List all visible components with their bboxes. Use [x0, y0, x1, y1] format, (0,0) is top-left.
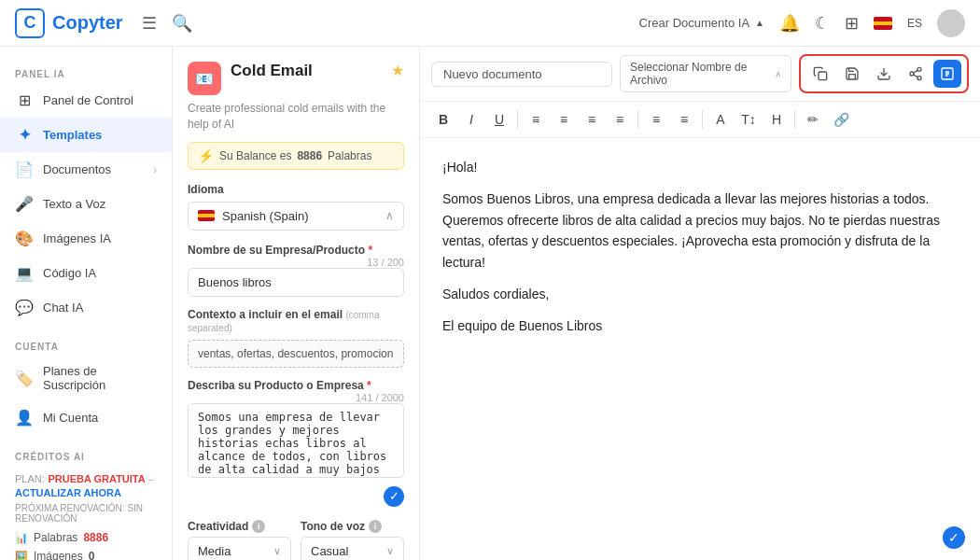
sidebar-label-texto-voz: Texto a Voz [43, 197, 105, 211]
form-panel: 📧 Cold Email ★ Create professional cold … [173, 47, 420, 560]
format-align-center-button[interactable]: ≡ [552, 107, 576, 132]
sidebar-item-chat[interactable]: 💬 Chat IA [0, 290, 172, 325]
sidebar-item-imagenes[interactable]: 🎨 Imágenes IA [0, 221, 172, 256]
format-link-button[interactable]: 🔗 [829, 107, 853, 132]
sidebar-label-cuenta: Mi Cuenta [43, 411, 98, 425]
file-selector-caret-icon: ∧ [775, 69, 781, 79]
format-list-unordered-button[interactable]: ≡ [672, 107, 696, 132]
palabras-icon: 📊 [15, 532, 28, 544]
format-sep-3 [702, 110, 703, 129]
language-value: Spanish (Spain) [222, 209, 378, 223]
describe-required-star: * [367, 379, 371, 392]
favorite-icon[interactable]: ★ [391, 62, 404, 79]
language-selector[interactable]: Spanish (Spain) ∧ [188, 202, 404, 231]
creatividad-label: Creatividad i [188, 520, 291, 533]
format-font-color-button[interactable]: A [708, 107, 733, 132]
content-area: 📧 Cold Email ★ Create professional cold … [173, 47, 980, 560]
menu-icon[interactable]: ☰ [142, 13, 157, 34]
chevron-right-icon: › [153, 164, 157, 175]
editor-line-1: ¡Hola! [442, 157, 958, 177]
nombre-required-star: * [368, 244, 372, 257]
format-heading-button[interactable]: H [764, 107, 789, 132]
grid-icon[interactable]: ⊞ [845, 13, 859, 34]
grid-icon: ⊞ [15, 91, 34, 109]
creatividad-selector[interactable]: Media ∨ [188, 537, 291, 560]
palabras-label: Palabras [34, 531, 77, 544]
tono-info-icon[interactable]: i [369, 520, 382, 533]
tono-caret-icon: ∨ [386, 545, 394, 557]
language-caret-icon: ∧ [385, 209, 394, 222]
svg-point-2 [917, 67, 921, 71]
spanish-flag-icon [198, 210, 215, 221]
logo-text: Copyter [52, 12, 123, 34]
toolbar-copy-icon[interactable] [806, 60, 834, 88]
sidebar-label-chat: Chat IA [43, 301, 83, 315]
crear-label: Crear Documento IA [639, 16, 750, 30]
describe-label: Describa su Producto o Empresa * 141 / 2… [188, 379, 404, 392]
format-italic-button[interactable]: I [459, 107, 483, 132]
crear-documento-button[interactable]: Crear Documento IA ▲ [639, 16, 764, 30]
toolbar-download-icon[interactable] [870, 60, 898, 88]
plan-upgrade-link[interactable]: ACTUALIZAR AHORA [15, 487, 121, 498]
renovacion-info: PRÓXIMA RENOVACIÓN: SIN RENOVACIÓN [0, 501, 172, 527]
format-align-left-button[interactable]: ≡ [524, 107, 548, 132]
toolbar-save-icon[interactable] [838, 60, 866, 88]
confirm-check-icon[interactable]: ✓ [384, 486, 404, 507]
language-label: ES [907, 17, 922, 30]
sidebar-label-imagenes: Imágenes IA [43, 231, 111, 245]
nombre-input[interactable] [188, 268, 404, 297]
editor-line-5: Saludos cordiales, [442, 284, 958, 304]
sidebar-item-cuenta[interactable]: 👤 Mi Cuenta [0, 400, 172, 435]
palabras-info: 📊 Palabras 8886 [0, 527, 172, 548]
toolbar-active-icon[interactable] [933, 60, 961, 88]
balance-box: ⚡ Su Balance es 8886 Palabras [188, 142, 404, 170]
file-selector[interactable]: Seleccionar Nombre de Archivo ∧ [620, 55, 791, 92]
balance-value: 8886 [297, 149, 322, 162]
imagenes-info: 🖼️ Imágenes 0 [0, 548, 172, 560]
imagenes-label: Imágenes [34, 550, 83, 560]
describe-textarea[interactable]: Somos una empresa de llevar los grandes … [188, 403, 404, 478]
moon-icon[interactable]: ☾ [815, 13, 830, 34]
cuenta-label: CUENTA [0, 334, 172, 356]
toolbar-share-icon[interactable] [902, 60, 930, 88]
sidebar-item-codigo[interactable]: 💻 Código IA [0, 256, 172, 290]
creatividad-info-icon[interactable]: i [252, 520, 265, 533]
format-bold-button[interactable]: B [431, 107, 455, 132]
sidebar-item-planes[interactable]: 🏷️ Planes de Suscripción [0, 356, 172, 400]
sidebar-label-documentos: Documentos [43, 162, 111, 176]
tono-selector[interactable]: Casual ∨ [301, 537, 404, 560]
format-font-size-button[interactable]: T↕ [736, 107, 761, 132]
template-icon: 📧 [188, 62, 221, 95]
sidebar-label-panel-control: Panel de Control [43, 93, 133, 107]
balance-unit: Palabras [328, 149, 371, 162]
format-underline-button[interactable]: U [487, 107, 511, 132]
main-layout: PANEL IA ⊞ Panel de Control ✦ Templates … [0, 47, 980, 560]
sidebar-label-templates: Templates [43, 128, 102, 142]
code-icon: 💻 [15, 264, 34, 282]
chat-icon: 💬 [15, 299, 34, 316]
editor-body[interactable]: ¡Hola! Somos Buenos Libros, una empresa … [420, 138, 980, 560]
format-sep-4 [794, 110, 795, 129]
format-align-right-button[interactable]: ≡ [580, 107, 604, 132]
sidebar-item-documentos[interactable]: 📄 Documentos › [0, 152, 172, 187]
template-title: Cold Email [231, 62, 382, 80]
sidebar-item-templates[interactable]: ✦ Templates [0, 118, 172, 152]
format-list-ordered-button[interactable]: ≡ [644, 107, 668, 132]
avatar[interactable] [937, 9, 965, 37]
logo[interactable]: C Copyter [15, 8, 123, 38]
crear-caret-icon: ▲ [755, 18, 764, 28]
format-align-justify-button[interactable]: ≡ [608, 107, 632, 132]
sidebar-item-texto-voz[interactable]: 🎤 Texto a Voz [0, 187, 172, 221]
sidebar-item-panel-control[interactable]: ⊞ Panel de Control [0, 83, 172, 118]
creditos-label: CRÉDITOS AI [0, 444, 172, 466]
doc-name-input[interactable] [431, 62, 612, 87]
svg-point-3 [910, 72, 914, 76]
bell-icon[interactable]: 🔔 [779, 13, 800, 34]
template-desc: Create professional cold emails with the… [188, 101, 404, 133]
editor-line-3: Somos Buenos Libros, una empresa dedicad… [442, 189, 958, 273]
search-icon[interactable]: 🔍 [172, 13, 192, 34]
contexto-input[interactable] [188, 340, 404, 368]
editor-confirm-check-icon[interactable]: ✓ [943, 526, 965, 549]
format-pen-button[interactable]: ✏ [801, 107, 825, 132]
checkbox-row: ✓ [188, 486, 404, 507]
